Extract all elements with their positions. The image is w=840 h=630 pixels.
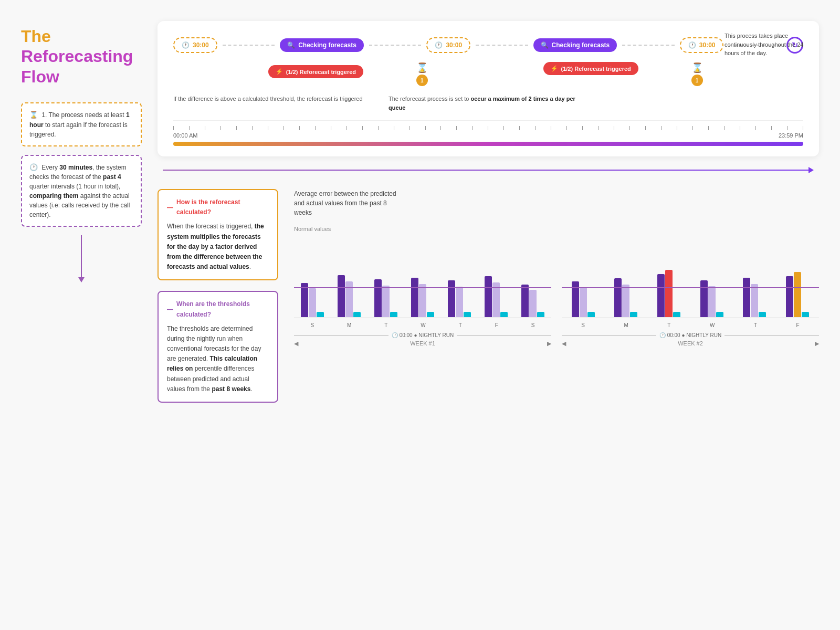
info-box-1-text: 1. The process needs at least 1 hour to … (29, 111, 130, 138)
day-label: F (495, 322, 498, 328)
day-label: T (754, 322, 757, 328)
faq-question-2: When are the thresholds calculated? (176, 299, 269, 319)
tick (692, 126, 693, 130)
tick (503, 126, 504, 130)
chart-description: Average error between the predicted and … (294, 189, 399, 217)
bar-teal-F1 (500, 312, 508, 317)
connector-1 (223, 45, 275, 46)
bar-light-M-w2 (622, 285, 629, 317)
flow-desc-1: If the difference is above a calculated … (173, 94, 383, 112)
day-bars-F1 (485, 276, 508, 317)
day-col-T-w2 (657, 270, 680, 317)
bar-dark-S2-1 (521, 285, 529, 317)
check-icon-2: 🔍 (541, 41, 549, 49)
day-col-F1 (485, 276, 508, 317)
bar-light-T1 (382, 286, 390, 317)
week1-arrow-row: ◀ WEEK #1 ▶ (294, 340, 551, 347)
chart-wrapper: Normal values (294, 226, 819, 347)
bar-light-T2-1 (456, 287, 463, 317)
tick (472, 126, 472, 130)
nightly-line-right-1 (457, 335, 551, 335)
page-title: The Reforecasting Flow (21, 26, 142, 87)
weeks-container: S M T W T F S 🕐 00:00 ● (294, 234, 819, 347)
timer-icon-2: 🕐 (435, 41, 443, 49)
day-label: T (667, 322, 670, 328)
day-bars-M-w2 (614, 278, 637, 317)
faq-box-1: — How is the reforecast calculated? When… (158, 189, 278, 280)
check-label-2: Checking forecasts (552, 41, 610, 49)
bar-teal-S2-1 (537, 312, 544, 317)
tick (771, 126, 772, 130)
main-layout: The Reforecasting Flow ⌛ 1. The process … (21, 21, 819, 413)
tick (205, 126, 205, 130)
day-label: S (310, 322, 314, 328)
faq-title-1: — How is the reforecast calculated? (167, 197, 269, 217)
tick (724, 126, 724, 130)
tick (425, 126, 426, 130)
day-bars-W-w2 (700, 280, 723, 317)
day-bars-S2-1 (521, 285, 544, 317)
tick (582, 126, 583, 130)
tick (189, 126, 190, 130)
bar-dark-M-w2 (614, 278, 622, 317)
connector-4 (622, 45, 674, 46)
tick (677, 126, 677, 130)
bar-teal-M-w2 (630, 312, 637, 317)
title-reforecasting: Reforecasting (21, 46, 142, 66)
day-label: T (384, 322, 387, 328)
day-col-W1 (411, 278, 434, 317)
flow-desc-2: The reforecast process is set to occur a… (383, 94, 598, 112)
nightly-line-left-2 (562, 335, 656, 335)
tick (362, 126, 363, 130)
tick (236, 126, 237, 130)
right-panel: This process takes place continuously th… (158, 21, 819, 413)
bottom-section: — How is the reforecast calculated? When… (158, 189, 819, 413)
timer-label-1: 30:00 (193, 41, 209, 49)
tick (456, 126, 457, 130)
timeline-ticks (173, 126, 803, 130)
bar-light-W1 (419, 284, 426, 317)
arrow-head (78, 277, 85, 282)
timeline-labels: 00:00 AM 23:59 PM (173, 132, 803, 139)
connector-3 (476, 45, 528, 46)
arrow-line (81, 235, 82, 277)
faq-answer-1: When the forecast is triggered, the syst… (167, 222, 269, 272)
day-bars-T1 (374, 279, 397, 317)
gradient-bar (173, 142, 803, 146)
day-label: T (459, 322, 462, 328)
faq-title-2: — When are the thresholds calculated? (167, 299, 269, 319)
badge-2: 1 (691, 75, 703, 86)
reforecast-icon-1: ⚡ (276, 68, 283, 75)
week2-day-labels: S M T W T F (562, 320, 819, 328)
day-label: W (710, 322, 715, 328)
tick (566, 126, 567, 130)
faq-icon-2: — (167, 304, 173, 314)
tick (519, 126, 520, 130)
badge-1: 1 (416, 75, 428, 86)
bar-light-W-w2 (708, 286, 716, 317)
day-col-T2-1 (448, 280, 471, 317)
bar-teal-S-w2 (587, 312, 595, 317)
nightly-run-label-2: 🕐 00:00 ● NIGHTLY RUN (659, 332, 721, 338)
timer-icon-1: 🕐 (182, 41, 190, 49)
bar-light-T2-w2 (751, 284, 758, 317)
tick (645, 126, 646, 130)
bar-teal-T-w2 (673, 312, 680, 317)
bar-light-S1 (309, 288, 316, 317)
day-col-T1 (374, 279, 397, 317)
check-node-2: 🔍 Checking forecasts (533, 38, 617, 52)
bar-teal-W-w2 (716, 312, 723, 317)
nightly-line-left-1 (294, 335, 388, 335)
reference-line-1 (294, 287, 551, 288)
flow-card: This process takes place continuously th… (158, 21, 819, 156)
week2-label: WEEK #2 (678, 340, 703, 347)
normal-values-label: Normal values (294, 226, 819, 232)
reforecast-label-2: (1/2) Reforecast triggered (561, 66, 631, 72)
reforecast-label-1: (1/2) Reforecast triggered (286, 69, 356, 75)
day-bars-T-w2 (657, 270, 680, 317)
tick (755, 126, 756, 130)
flow-descriptions: If the difference is above a calculated … (173, 94, 803, 112)
bar-teal-W1 (427, 312, 434, 317)
tick (284, 126, 284, 130)
day-bars-W1 (411, 278, 434, 317)
